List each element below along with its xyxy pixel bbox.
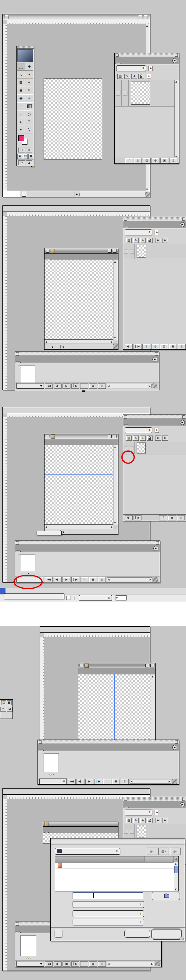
stop-icon[interactable] xyxy=(63,961,71,967)
delete-layer-icon[interactable] xyxy=(178,344,186,349)
collapse-box-icon[interactable] xyxy=(113,434,117,438)
next-frame-icon[interactable] xyxy=(133,344,141,349)
opacity-value[interactable] xyxy=(155,230,159,235)
duplicate-frame-icon[interactable] xyxy=(89,577,97,582)
gradient-tool-icon[interactable] xyxy=(25,102,33,110)
blend-mode-select[interactable] xyxy=(125,229,152,235)
palette-drag-bar[interactable] xyxy=(115,53,179,57)
layer-group-icon[interactable] xyxy=(160,344,168,349)
duplicate-frame-icon[interactable] xyxy=(89,961,97,967)
first-frame-icon[interactable] xyxy=(45,383,53,389)
standard-mode-icon[interactable]: ○ xyxy=(18,148,25,153)
next-frame-icon[interactable] xyxy=(71,961,79,967)
new-folder-button[interactable] xyxy=(152,892,180,900)
palette-drag-bar[interactable] xyxy=(17,46,34,49)
document-hscrollbar[interactable]: ◀▶ xyxy=(45,524,114,529)
resize-grip[interactable] xyxy=(153,577,158,582)
resize-grip[interactable] xyxy=(152,383,157,388)
frames-scrollbar[interactable]: ◀▶ xyxy=(107,384,152,388)
layer-thumbnail[interactable] xyxy=(136,245,146,258)
collapse-box-icon[interactable] xyxy=(144,15,148,19)
close-box-icon[interactable] xyxy=(46,249,50,253)
close-box-icon[interactable] xyxy=(46,434,50,438)
fullscreen-icon[interactable]: ■ xyxy=(28,154,33,159)
document-vscrollbar[interactable] xyxy=(113,259,118,340)
cancel-button[interactable] xyxy=(124,930,150,938)
lock-pixels-icon[interactable] xyxy=(133,238,139,243)
jump-to-photoshop-button[interactable]: ◪ xyxy=(7,707,13,711)
blend-mode-select[interactable] xyxy=(125,427,152,433)
palette-tab[interactable] xyxy=(16,932,21,933)
anti-aliased-checkbox[interactable] xyxy=(66,596,71,600)
adjustment-layer-icon[interactable] xyxy=(152,158,159,163)
lock-all-icon[interactable] xyxy=(147,238,153,243)
frames-scrollbar[interactable]: ◀▶ xyxy=(130,779,172,784)
play-icon[interactable] xyxy=(63,383,71,389)
lock-all-icon[interactable] xyxy=(138,74,144,79)
lock-pixels-icon[interactable] xyxy=(124,74,130,79)
loop-select[interactable] xyxy=(39,778,67,784)
animation-frame[interactable] xyxy=(40,752,62,781)
document-canvas[interactable] xyxy=(79,675,151,743)
document-vscrollbar[interactable] xyxy=(113,445,118,525)
status-arrow-icon[interactable]: ▶ xyxy=(74,192,80,196)
tween-icon[interactable] xyxy=(80,961,88,967)
move-tool-icon[interactable]: ✚ xyxy=(25,63,33,71)
palette-menu-icon[interactable] xyxy=(172,58,177,63)
unify-position-icon[interactable] xyxy=(155,436,161,441)
palette-tab[interactable] xyxy=(16,361,21,363)
delete-frame-icon[interactable] xyxy=(98,961,106,967)
layer-style-icon[interactable] xyxy=(159,515,167,520)
lock-transparency-icon[interactable] xyxy=(117,74,123,79)
dodge-tool-icon[interactable]: ○ xyxy=(25,110,33,118)
new-layer-icon[interactable] xyxy=(168,515,176,520)
layer-group-icon[interactable] xyxy=(143,158,151,163)
previous-frame-icon[interactable] xyxy=(54,383,62,389)
image-canvas[interactable] xyxy=(43,78,102,159)
file-row[interactable] xyxy=(55,862,174,869)
layer-row[interactable] xyxy=(123,244,186,259)
document-canvas[interactable] xyxy=(45,445,114,525)
brush-tool-icon[interactable]: ✎ xyxy=(25,86,33,94)
unify-visibility-icon[interactable] xyxy=(162,436,168,441)
loop-select[interactable] xyxy=(16,961,44,967)
format-select[interactable] xyxy=(72,901,144,908)
frame-thumbnail[interactable] xyxy=(20,365,35,383)
layer-thumbnail[interactable] xyxy=(136,442,146,453)
palette-drag-bar[interactable] xyxy=(38,740,179,744)
opacity-value[interactable] xyxy=(149,66,153,71)
play-icon[interactable] xyxy=(85,779,93,784)
document-titlebar[interactable] xyxy=(43,821,118,827)
zoom-box-icon[interactable] xyxy=(108,249,112,253)
palette-menu-icon[interactable] xyxy=(180,420,185,425)
palette-menu-icon[interactable] xyxy=(152,357,157,362)
delete-frame-icon[interactable] xyxy=(98,577,106,582)
palette-tab[interactable] xyxy=(124,227,129,228)
collapse-box-icon[interactable] xyxy=(150,664,154,667)
document-titlebar[interactable] xyxy=(45,248,118,253)
fullscreen-menu-icon[interactable]: □ xyxy=(1,700,6,705)
fullscreen-icon[interactable]: ■ xyxy=(7,700,11,705)
delete-layer-icon[interactable] xyxy=(169,158,177,163)
download-info[interactable] xyxy=(61,345,66,348)
frame-thumbnail[interactable] xyxy=(21,935,36,956)
zoom-box-icon[interactable] xyxy=(108,434,112,438)
document-titlebar[interactable] xyxy=(45,434,118,439)
standard-screen-icon[interactable]: ▣ xyxy=(18,154,22,159)
palette-menu-icon[interactable] xyxy=(153,546,158,551)
frame-thumbnail[interactable] xyxy=(20,554,35,571)
smudge-tool-icon[interactable]: ∽ xyxy=(17,110,25,118)
dialog-titlebar[interactable] xyxy=(51,838,185,845)
resize-grip[interactable] xyxy=(155,961,160,966)
zoom-box-icon[interactable] xyxy=(138,15,143,19)
line-tool-icon[interactable]: ╲ xyxy=(25,126,33,134)
export-arrow-icon[interactable]: ↷ xyxy=(18,161,25,165)
history-brush-tool-icon[interactable]: ✑ xyxy=(25,94,33,102)
window-titlebar[interactable] xyxy=(40,627,150,633)
delete-frame-icon[interactable] xyxy=(98,383,106,389)
lock-position-icon[interactable] xyxy=(140,436,146,441)
opacity-value[interactable] xyxy=(155,428,159,433)
zoom-level[interactable] xyxy=(3,191,20,197)
style-select[interactable] xyxy=(79,595,112,601)
fill-value[interactable] xyxy=(147,74,151,79)
